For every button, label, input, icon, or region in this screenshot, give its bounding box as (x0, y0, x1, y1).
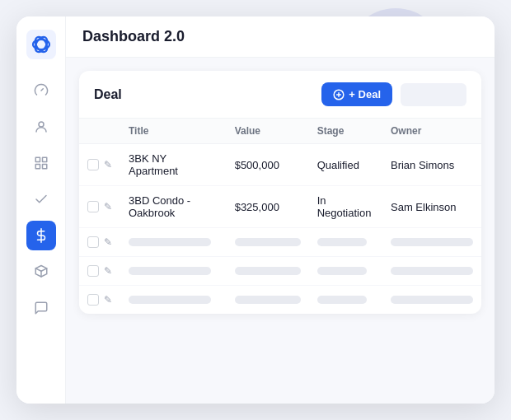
row-actions-cell: ✎ (79, 286, 120, 315)
edit-icon[interactable]: ✎ (104, 265, 112, 277)
sidebar-item-dollar[interactable] (26, 221, 56, 250)
col-header-stage: Stage (309, 119, 382, 144)
row-owner-cell: Brian Simons (382, 144, 481, 186)
main-content: Dashboard 2.0 Deal + Deal (66, 16, 495, 404)
sidebar-item-user[interactable] (26, 112, 56, 142)
row-actions-cell: ✎ (79, 257, 120, 286)
deal-header-actions: + Deal (321, 82, 466, 106)
row-value-cell (227, 286, 309, 315)
sidebar-item-cube[interactable] (26, 257, 56, 287)
row-title-cell: 3BK NY Apartment (120, 144, 227, 186)
app-logo[interactable] (26, 30, 56, 59)
table-row: ✎ 3BD Condo - Oakbrook $325,000 In Negot… (79, 186, 481, 228)
row-value-cell: $325,000 (227, 186, 309, 228)
row-value-cell: $500,000 (227, 144, 309, 186)
deal-section-title: Deal (94, 87, 122, 102)
row-stage-cell (309, 228, 382, 257)
svg-rect-8 (35, 165, 40, 169)
page-title: Dashboard 2.0 (82, 28, 185, 45)
row-stage-cell: Qualified (309, 144, 382, 186)
deal-card: Deal + Deal (79, 71, 481, 314)
table-row: ✎ (79, 228, 481, 257)
svg-line-4 (41, 89, 43, 91)
row-checkbox[interactable] (87, 236, 99, 248)
row-checkbox[interactable] (87, 294, 99, 306)
row-value-cell (227, 257, 309, 286)
add-deal-label: + Deal (349, 88, 381, 100)
sidebar-item-chat[interactable] (26, 293, 56, 323)
row-owner-cell (382, 228, 481, 257)
row-checkbox[interactable] (87, 201, 99, 212)
deal-card-header: Deal + Deal (79, 71, 481, 118)
edit-icon[interactable]: ✎ (104, 201, 112, 212)
row-stage-cell (309, 286, 382, 315)
col-header-checkbox (79, 119, 120, 144)
table-row: ✎ 3BK NY Apartment $500,000 Qualified Br… (79, 144, 481, 186)
svg-rect-0 (26, 30, 56, 59)
col-header-owner: Owner (382, 119, 481, 144)
row-title-cell (120, 257, 227, 286)
col-header-title: Title (120, 119, 227, 144)
row-title-cell (120, 286, 227, 315)
col-header-value: Value (227, 119, 309, 144)
row-owner-cell (382, 257, 481, 286)
edit-icon[interactable]: ✎ (104, 236, 112, 248)
row-checkbox[interactable] (87, 265, 99, 277)
sidebar-item-check[interactable] (26, 184, 56, 214)
svg-rect-9 (42, 165, 46, 169)
edit-icon[interactable]: ✎ (104, 294, 112, 306)
row-actions-cell: ✎ (79, 186, 120, 228)
table-row: ✎ (79, 286, 481, 315)
row-title-cell: 3BD Condo - Oakbrook (120, 186, 227, 228)
app-header: Dashboard 2.0 (66, 16, 495, 58)
table-row: ✎ (79, 257, 481, 286)
search-bar-placeholder[interactable] (401, 83, 466, 106)
table-header-row: Title Value Stage Owner (79, 119, 481, 144)
sidebar-item-gauge[interactable] (26, 76, 56, 105)
row-title-cell (120, 228, 227, 257)
svg-rect-6 (35, 157, 40, 161)
sidebar-item-grid[interactable] (26, 148, 56, 178)
row-checkbox[interactable] (87, 159, 99, 170)
row-value-cell (227, 228, 309, 257)
app-window: Dashboard 2.0 Deal + Deal (16, 16, 495, 404)
deals-table: Title Value Stage Owner ✎ 3BK NY Apartm (79, 118, 481, 314)
plus-circle-icon (333, 89, 345, 100)
content-area: Deal + Deal (66, 58, 495, 404)
row-actions-cell: ✎ (79, 144, 120, 186)
row-stage-cell (309, 257, 382, 286)
row-actions-cell: ✎ (79, 228, 120, 257)
add-deal-button[interactable]: + Deal (321, 82, 392, 106)
svg-point-5 (39, 122, 44, 127)
edit-icon[interactable]: ✎ (104, 159, 112, 170)
row-owner-cell (382, 286, 481, 315)
row-owner-cell: Sam Elkinson (382, 186, 481, 228)
svg-rect-7 (42, 157, 46, 161)
row-stage-cell: In Negotiation (309, 186, 382, 228)
sidebar (16, 16, 66, 404)
